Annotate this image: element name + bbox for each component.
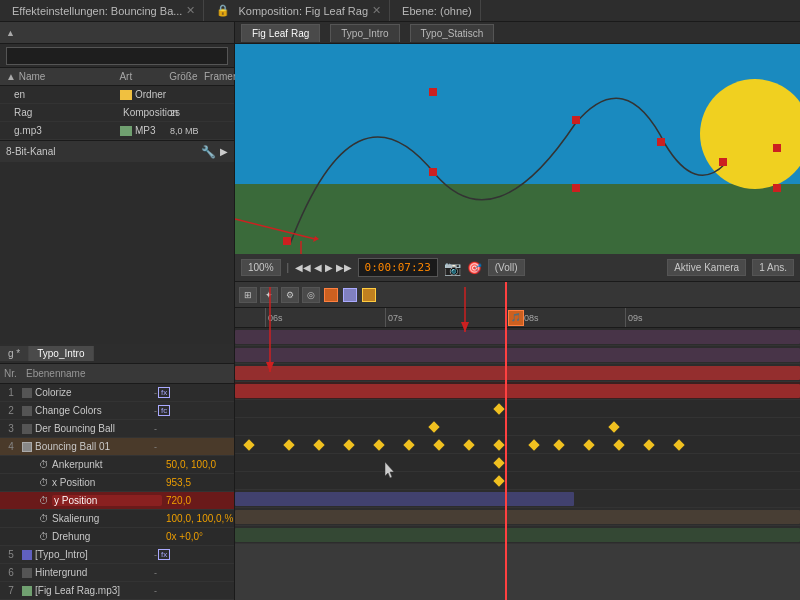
comp-tab-typo-intro[interactable]: Typo_Intro bbox=[330, 24, 399, 42]
prop-row-xposition[interactable]: ⏱ x Position 953,5 bbox=[0, 474, 234, 492]
search-area bbox=[0, 44, 234, 68]
prop-name: Ankerpunkt bbox=[52, 459, 162, 470]
keyframe[interactable] bbox=[283, 439, 294, 450]
keyframe[interactable] bbox=[403, 439, 414, 450]
timeline-btn-3[interactable]: ⚙ bbox=[281, 287, 299, 303]
solo-icon[interactable]: - bbox=[154, 442, 157, 452]
timecode-display[interactable]: 0:00:07:23 bbox=[358, 258, 438, 277]
stopwatch-icon[interactable]: ⏱ bbox=[36, 529, 52, 545]
prop-name: x Position bbox=[52, 477, 162, 488]
keyframe[interactable] bbox=[493, 475, 504, 486]
track-bar-4[interactable] bbox=[235, 384, 800, 398]
solo-icon[interactable]: - bbox=[154, 568, 157, 578]
keyframe[interactable] bbox=[673, 439, 684, 450]
layer-name-header: Ebenenname bbox=[26, 368, 234, 379]
solo-icon[interactable]: - bbox=[154, 388, 157, 398]
item-art: MP3 bbox=[120, 125, 170, 136]
project-panel-header: ▲ bbox=[0, 22, 234, 44]
keyframe[interactable] bbox=[313, 439, 324, 450]
prop-value: 953,5 bbox=[166, 477, 191, 488]
layer-row-5[interactable]: 5 [Typo_Intro] - fx bbox=[0, 546, 234, 564]
track-bar-5[interactable] bbox=[235, 492, 574, 506]
track-bar-6[interactable] bbox=[235, 510, 800, 524]
time-mark-06s: 06s bbox=[265, 308, 283, 327]
solo-icon[interactable]: - bbox=[154, 406, 157, 416]
keyframe[interactable] bbox=[528, 439, 539, 450]
layer-row-4[interactable]: 4 Bouncing Ball 01 - bbox=[0, 438, 234, 456]
keyframe[interactable] bbox=[583, 439, 594, 450]
timeline-btn-2[interactable]: ✦ bbox=[260, 287, 278, 303]
keyframe[interactable] bbox=[613, 439, 624, 450]
camera-icon[interactable]: 📷 bbox=[444, 260, 461, 276]
layer-row-6[interactable]: 6 Hintergrund - bbox=[0, 564, 234, 582]
prop-value: 50,0, 100,0 bbox=[166, 459, 216, 470]
prop-row-ankerpunkt[interactable]: ⏱ Ankerpunkt 50,0, 100,0 bbox=[0, 456, 234, 474]
keyframe[interactable] bbox=[428, 421, 439, 432]
keyframe[interactable] bbox=[493, 457, 504, 468]
keyframe[interactable] bbox=[608, 421, 619, 432]
svg-rect-1 bbox=[235, 184, 800, 254]
layer-type-icon bbox=[22, 442, 32, 452]
svg-rect-11 bbox=[773, 184, 781, 192]
timeline-btn-1[interactable]: ⊞ bbox=[239, 287, 257, 303]
preview-icon[interactable]: 🎯 bbox=[467, 261, 482, 275]
keyframe[interactable] bbox=[493, 439, 504, 450]
layer-row-2[interactable]: 2 Change Colors - fc bbox=[0, 402, 234, 420]
tab-g[interactable]: g * bbox=[0, 346, 29, 361]
track-bar-2[interactable] bbox=[235, 348, 800, 362]
audio-arrow-icon[interactable]: ▶ bbox=[220, 146, 228, 157]
time-mark-09s: 09s bbox=[625, 308, 643, 327]
layer-row-7[interactable]: 7 [Fig Leaf Rag.mp3] - bbox=[0, 582, 234, 600]
list-item[interactable]: en Ordner bbox=[0, 86, 234, 104]
svg-rect-9 bbox=[719, 158, 727, 166]
prop-row-yposition[interactable]: ⏱ y Position 720,0 bbox=[0, 492, 234, 510]
quality-selector[interactable]: (Voll) bbox=[488, 259, 525, 276]
svg-rect-5 bbox=[429, 168, 437, 176]
layer-name: Bouncing Ball 01 bbox=[35, 441, 154, 452]
keyframe[interactable] bbox=[373, 439, 384, 450]
search-input[interactable] bbox=[6, 47, 228, 65]
stopwatch-icon[interactable]: ⏱ bbox=[36, 493, 52, 509]
track-row-xposition bbox=[235, 418, 800, 436]
track-area: ⊞ ✦ ⚙ ◎ 06s 07s 🎵 08s 09s bbox=[235, 282, 800, 600]
prop-row-drehung[interactable]: ⏱ Drehung 0x +0,0° bbox=[0, 528, 234, 546]
zoom-selector[interactable]: 100% bbox=[241, 259, 281, 276]
stopwatch-icon[interactable]: ⏱ bbox=[36, 457, 52, 473]
keyframe[interactable] bbox=[463, 439, 474, 450]
prop-row-skalierung[interactable]: ⏱ Skalierung 100,0, 100,0,% bbox=[0, 510, 234, 528]
layer-number: 7 bbox=[0, 585, 22, 596]
comp-tab-typo-statisch[interactable]: Typo_Statisch bbox=[410, 24, 495, 42]
list-item[interactable]: Rag Komposition 25 bbox=[0, 104, 234, 122]
svg-rect-4 bbox=[429, 88, 437, 96]
audio-settings-icon[interactable]: 🔧 bbox=[201, 145, 216, 159]
keyframe[interactable] bbox=[433, 439, 444, 450]
track-bar-1[interactable] bbox=[235, 330, 800, 344]
keyframe[interactable] bbox=[343, 439, 354, 450]
solo-icon[interactable]: - bbox=[154, 586, 157, 596]
keyframe[interactable] bbox=[553, 439, 564, 450]
track-row-3 bbox=[235, 364, 800, 382]
comp-header: Fig Leaf Rag Typo_Intro Typo_Statisch bbox=[235, 22, 800, 44]
track-bar-7[interactable] bbox=[235, 528, 800, 542]
view-count[interactable]: 1 Ans. bbox=[752, 259, 794, 276]
comp-tab-figleafrag[interactable]: Fig Leaf Rag bbox=[241, 24, 320, 42]
tab-typo-intro[interactable]: Typo_Intro bbox=[29, 346, 93, 361]
layer-row-1[interactable]: 1 Colorize - fx bbox=[0, 384, 234, 402]
timeline-btn-4[interactable]: ◎ bbox=[302, 287, 320, 303]
solo-icon[interactable]: - bbox=[154, 550, 157, 560]
track-row-7 bbox=[235, 526, 800, 544]
track-bar-3[interactable] bbox=[235, 366, 800, 380]
item-name: g.mp3 bbox=[0, 125, 120, 136]
playhead[interactable] bbox=[505, 308, 507, 327]
layer-row-3[interactable]: 3 Der Bouncing Ball - bbox=[0, 420, 234, 438]
list-item[interactable]: g.mp3 MP3 8,0 MB bbox=[0, 122, 234, 140]
solo-icon[interactable]: - bbox=[154, 424, 157, 434]
playback-controls[interactable]: ◀◀ ◀ ▶ ▶▶ bbox=[295, 262, 351, 273]
keyframe[interactable] bbox=[243, 439, 254, 450]
stopwatch-icon[interactable]: ⏱ bbox=[36, 475, 52, 491]
keyframe[interactable] bbox=[493, 403, 504, 414]
keyframe[interactable] bbox=[643, 439, 654, 450]
layer-type-icon bbox=[22, 586, 32, 596]
stopwatch-icon[interactable]: ⏱ bbox=[36, 511, 52, 527]
camera-selector[interactable]: Aktive Kamera bbox=[667, 259, 746, 276]
